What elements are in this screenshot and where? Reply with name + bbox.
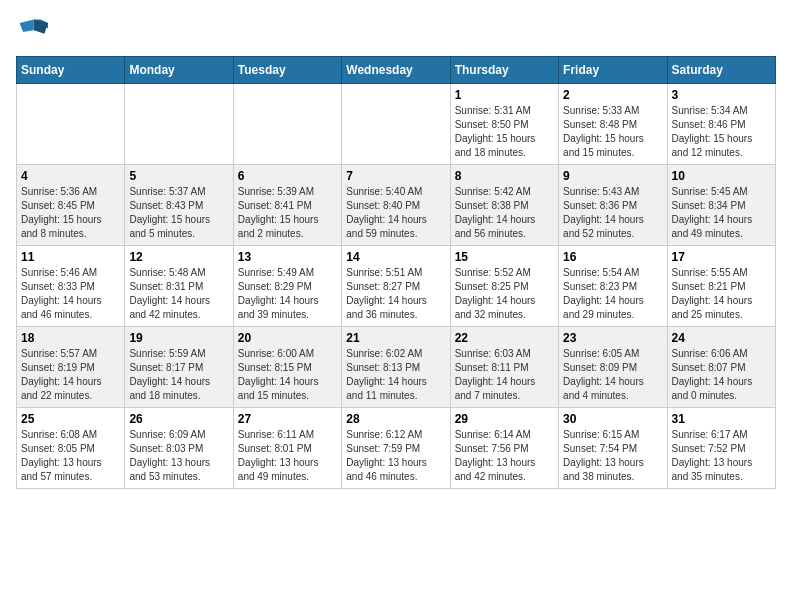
day-info: Sunrise: 6:15 AMSunset: 7:54 PMDaylight:… <box>563 428 662 484</box>
day-number: 15 <box>455 250 554 264</box>
day-info: Sunrise: 6:00 AMSunset: 8:15 PMDaylight:… <box>238 347 337 403</box>
day-number: 11 <box>21 250 120 264</box>
day-number: 5 <box>129 169 228 183</box>
day-info: Sunrise: 5:46 AMSunset: 8:33 PMDaylight:… <box>21 266 120 322</box>
calendar-cell: 28Sunrise: 6:12 AMSunset: 7:59 PMDayligh… <box>342 408 450 489</box>
calendar-cell: 31Sunrise: 6:17 AMSunset: 7:52 PMDayligh… <box>667 408 775 489</box>
day-number: 27 <box>238 412 337 426</box>
day-info: Sunrise: 6:08 AMSunset: 8:05 PMDaylight:… <box>21 428 120 484</box>
day-info: Sunrise: 5:48 AMSunset: 8:31 PMDaylight:… <box>129 266 228 322</box>
calendar-cell: 13Sunrise: 5:49 AMSunset: 8:29 PMDayligh… <box>233 246 341 327</box>
day-info: Sunrise: 5:40 AMSunset: 8:40 PMDaylight:… <box>346 185 445 241</box>
calendar-cell: 16Sunrise: 5:54 AMSunset: 8:23 PMDayligh… <box>559 246 667 327</box>
calendar-cell: 11Sunrise: 5:46 AMSunset: 8:33 PMDayligh… <box>17 246 125 327</box>
day-info: Sunrise: 5:54 AMSunset: 8:23 PMDaylight:… <box>563 266 662 322</box>
calendar-cell: 22Sunrise: 6:03 AMSunset: 8:11 PMDayligh… <box>450 327 558 408</box>
day-number: 30 <box>563 412 662 426</box>
day-info: Sunrise: 5:55 AMSunset: 8:21 PMDaylight:… <box>672 266 771 322</box>
day-info: Sunrise: 6:11 AMSunset: 8:01 PMDaylight:… <box>238 428 337 484</box>
calendar-cell: 27Sunrise: 6:11 AMSunset: 8:01 PMDayligh… <box>233 408 341 489</box>
calendar-cell: 6Sunrise: 5:39 AMSunset: 8:41 PMDaylight… <box>233 165 341 246</box>
day-number: 31 <box>672 412 771 426</box>
day-number: 28 <box>346 412 445 426</box>
calendar-cell: 7Sunrise: 5:40 AMSunset: 8:40 PMDaylight… <box>342 165 450 246</box>
calendar-week-row: 11Sunrise: 5:46 AMSunset: 8:33 PMDayligh… <box>17 246 776 327</box>
day-number: 23 <box>563 331 662 345</box>
day-number: 18 <box>21 331 120 345</box>
calendar-cell: 23Sunrise: 6:05 AMSunset: 8:09 PMDayligh… <box>559 327 667 408</box>
calendar-week-row: 18Sunrise: 5:57 AMSunset: 8:19 PMDayligh… <box>17 327 776 408</box>
day-info: Sunrise: 5:57 AMSunset: 8:19 PMDaylight:… <box>21 347 120 403</box>
calendar-cell: 12Sunrise: 5:48 AMSunset: 8:31 PMDayligh… <box>125 246 233 327</box>
day-number: 25 <box>21 412 120 426</box>
calendar-cell <box>342 84 450 165</box>
day-info: Sunrise: 5:43 AMSunset: 8:36 PMDaylight:… <box>563 185 662 241</box>
calendar-cell: 5Sunrise: 5:37 AMSunset: 8:43 PMDaylight… <box>125 165 233 246</box>
day-info: Sunrise: 6:02 AMSunset: 8:13 PMDaylight:… <box>346 347 445 403</box>
day-header-monday: Monday <box>125 57 233 84</box>
calendar-cell: 20Sunrise: 6:00 AMSunset: 8:15 PMDayligh… <box>233 327 341 408</box>
day-number: 8 <box>455 169 554 183</box>
day-number: 2 <box>563 88 662 102</box>
calendar-header-row: SundayMondayTuesdayWednesdayThursdayFrid… <box>17 57 776 84</box>
calendar-cell <box>17 84 125 165</box>
day-number: 14 <box>346 250 445 264</box>
calendar-cell: 8Sunrise: 5:42 AMSunset: 8:38 PMDaylight… <box>450 165 558 246</box>
day-number: 4 <box>21 169 120 183</box>
day-header-sunday: Sunday <box>17 57 125 84</box>
day-info: Sunrise: 5:36 AMSunset: 8:45 PMDaylight:… <box>21 185 120 241</box>
day-number: 3 <box>672 88 771 102</box>
day-number: 10 <box>672 169 771 183</box>
day-info: Sunrise: 5:34 AMSunset: 8:46 PMDaylight:… <box>672 104 771 160</box>
calendar-cell: 21Sunrise: 6:02 AMSunset: 8:13 PMDayligh… <box>342 327 450 408</box>
day-info: Sunrise: 5:42 AMSunset: 8:38 PMDaylight:… <box>455 185 554 241</box>
day-number: 21 <box>346 331 445 345</box>
calendar-cell: 30Sunrise: 6:15 AMSunset: 7:54 PMDayligh… <box>559 408 667 489</box>
day-header-saturday: Saturday <box>667 57 775 84</box>
calendar-cell: 19Sunrise: 5:59 AMSunset: 8:17 PMDayligh… <box>125 327 233 408</box>
day-number: 22 <box>455 331 554 345</box>
calendar-week-row: 1Sunrise: 5:31 AMSunset: 8:50 PMDaylight… <box>17 84 776 165</box>
day-info: Sunrise: 5:39 AMSunset: 8:41 PMDaylight:… <box>238 185 337 241</box>
calendar-cell: 9Sunrise: 5:43 AMSunset: 8:36 PMDaylight… <box>559 165 667 246</box>
calendar-cell: 2Sunrise: 5:33 AMSunset: 8:48 PMDaylight… <box>559 84 667 165</box>
day-info: Sunrise: 6:05 AMSunset: 8:09 PMDaylight:… <box>563 347 662 403</box>
day-number: 9 <box>563 169 662 183</box>
day-header-tuesday: Tuesday <box>233 57 341 84</box>
calendar-week-row: 25Sunrise: 6:08 AMSunset: 8:05 PMDayligh… <box>17 408 776 489</box>
day-info: Sunrise: 5:59 AMSunset: 8:17 PMDaylight:… <box>129 347 228 403</box>
day-number: 17 <box>672 250 771 264</box>
day-info: Sunrise: 5:37 AMSunset: 8:43 PMDaylight:… <box>129 185 228 241</box>
day-info: Sunrise: 6:17 AMSunset: 7:52 PMDaylight:… <box>672 428 771 484</box>
calendar-week-row: 4Sunrise: 5:36 AMSunset: 8:45 PMDaylight… <box>17 165 776 246</box>
calendar-cell: 3Sunrise: 5:34 AMSunset: 8:46 PMDaylight… <box>667 84 775 165</box>
calendar-cell <box>233 84 341 165</box>
calendar-cell: 29Sunrise: 6:14 AMSunset: 7:56 PMDayligh… <box>450 408 558 489</box>
day-info: Sunrise: 6:09 AMSunset: 8:03 PMDaylight:… <box>129 428 228 484</box>
calendar-cell: 26Sunrise: 6:09 AMSunset: 8:03 PMDayligh… <box>125 408 233 489</box>
day-info: Sunrise: 5:49 AMSunset: 8:29 PMDaylight:… <box>238 266 337 322</box>
logo <box>16 16 52 48</box>
day-number: 7 <box>346 169 445 183</box>
day-number: 6 <box>238 169 337 183</box>
calendar-cell: 4Sunrise: 5:36 AMSunset: 8:45 PMDaylight… <box>17 165 125 246</box>
calendar-cell: 1Sunrise: 5:31 AMSunset: 8:50 PMDaylight… <box>450 84 558 165</box>
day-number: 29 <box>455 412 554 426</box>
day-info: Sunrise: 6:03 AMSunset: 8:11 PMDaylight:… <box>455 347 554 403</box>
header <box>16 16 776 48</box>
calendar-cell: 10Sunrise: 5:45 AMSunset: 8:34 PMDayligh… <box>667 165 775 246</box>
day-info: Sunrise: 5:45 AMSunset: 8:34 PMDaylight:… <box>672 185 771 241</box>
calendar-cell <box>125 84 233 165</box>
day-header-wednesday: Wednesday <box>342 57 450 84</box>
day-number: 16 <box>563 250 662 264</box>
day-number: 24 <box>672 331 771 345</box>
calendar-cell: 15Sunrise: 5:52 AMSunset: 8:25 PMDayligh… <box>450 246 558 327</box>
day-number: 19 <box>129 331 228 345</box>
day-info: Sunrise: 6:12 AMSunset: 7:59 PMDaylight:… <box>346 428 445 484</box>
calendar-cell: 17Sunrise: 5:55 AMSunset: 8:21 PMDayligh… <box>667 246 775 327</box>
calendar-table: SundayMondayTuesdayWednesdayThursdayFrid… <box>16 56 776 489</box>
logo-icon <box>16 16 48 48</box>
day-number: 20 <box>238 331 337 345</box>
day-info: Sunrise: 5:51 AMSunset: 8:27 PMDaylight:… <box>346 266 445 322</box>
day-number: 26 <box>129 412 228 426</box>
